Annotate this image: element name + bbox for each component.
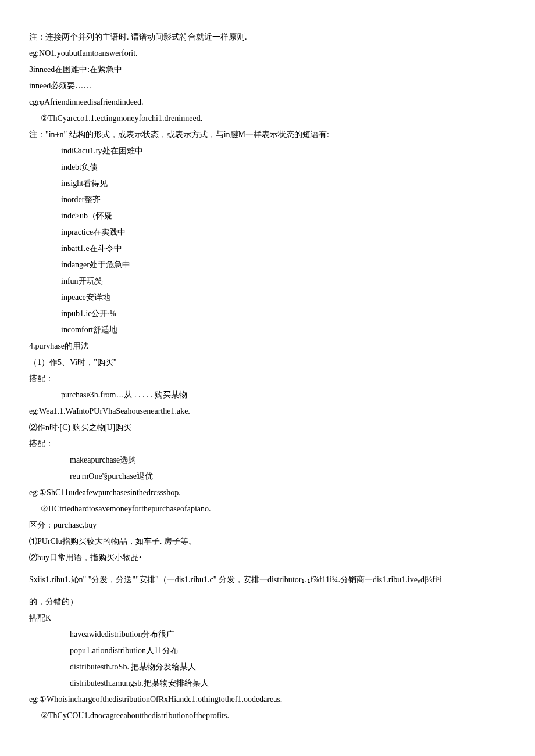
text-line: 区分：purchasc,buy xyxy=(29,517,506,533)
text-line: indanger处于危急中 xyxy=(29,257,506,273)
text-line: ⑴PUrClu指购买较大的物晶，如车子. 房子等。 xyxy=(29,533,506,550)
text-line: ⑵作n时·[C) 购买之物|U]购买 xyxy=(29,420,506,436)
text-line: eg:①ShC11uιdeafewpurchasesinthedrcssshop… xyxy=(29,485,506,501)
text-line: 的，分错的） xyxy=(29,594,506,610)
text-line: eg:NO1.youbutIamtoanswerforit. xyxy=(29,45,506,62)
text-line: eg:①WhoisinchargeofthedistributionOfRxHi… xyxy=(29,691,506,708)
text-line: insight看得见 xyxy=(29,175,506,192)
document-body: 注：连接两个并列的主语时. 谓谱动间影式符合就近一样原则.eg:NO1.youb… xyxy=(29,29,506,724)
text-line: indebt负债 xyxy=(29,159,506,175)
text-line: popu1.ationdistribution人11分布 xyxy=(29,643,506,659)
text-line: 搭配： xyxy=(29,436,506,452)
text-line: 搭配： xyxy=(29,371,506,387)
text-line: cgrφAfriendinneedisafriendindeed. xyxy=(29,94,506,110)
text-line: ⑵buy日常用语，指购买小物品• xyxy=(29,550,506,566)
text-line: 搭配K xyxy=(29,610,506,626)
text-line: ②HCtriedhardtosavemoneyforthepurchaseofa… xyxy=(29,501,506,517)
text-line: inneed必须要…… xyxy=(29,78,506,94)
text-line: distributesth.amungsb.把某物安排给某人 xyxy=(29,675,506,691)
text-line: haveawidedistribution分布很广 xyxy=(29,626,506,643)
text-line: reu|rnOne'§purchase退优 xyxy=(29,468,506,485)
text-line: 4.purvhase的用法 xyxy=(29,338,506,354)
text-line: 注："in+n" 结构的形式，或表示状态，或表示方式，与in腱M一样表示状态的短… xyxy=(29,127,506,143)
text-line: （1）作5、Vi时，"购买" xyxy=(29,354,506,371)
text-line: 3inneed在困难中:在紧急中 xyxy=(29,62,506,78)
text-line: ②ThCyCOU1.dnocagreeaboutthedistributiono… xyxy=(29,708,506,724)
text-line: inbatt1.e在斗令中 xyxy=(29,241,506,257)
text-line: inpub1.ic公开·⅛ xyxy=(29,306,506,322)
text-line: distributesth.toSb. 把某物分发给某人 xyxy=(29,659,506,675)
text-line: indiΩιcu1.ty处在困难中 xyxy=(29,143,506,159)
text-line: indc>ub（怀疑 xyxy=(29,208,506,224)
text-line: Sxiis1.ribu1.沁n" "分发，分送""安排"（一dis1.ribu1… xyxy=(29,572,506,588)
text-line: ②ThCyarcco1.1.ectingmoneyforchi1.dreninn… xyxy=(29,110,506,127)
text-line: inpeace安详地 xyxy=(29,289,506,306)
text-line: incomfort舒适地 xyxy=(29,322,506,338)
text-line: 注：连接两个并列的主语时. 谓谱动间影式符合就近一样原则. xyxy=(29,29,506,45)
text-line: purchase3h.from…从 . . . . . 购买某物 xyxy=(29,387,506,403)
text-line: eg:Wea1.1.WaIntoPUrVhaSeahousenearthe1.a… xyxy=(29,403,506,420)
text-line: infun开玩笑 xyxy=(29,273,506,289)
text-line: makeapurchase选购 xyxy=(29,452,506,468)
text-line: inorder整齐 xyxy=(29,192,506,208)
text-line: inpractice在实践中 xyxy=(29,224,506,241)
